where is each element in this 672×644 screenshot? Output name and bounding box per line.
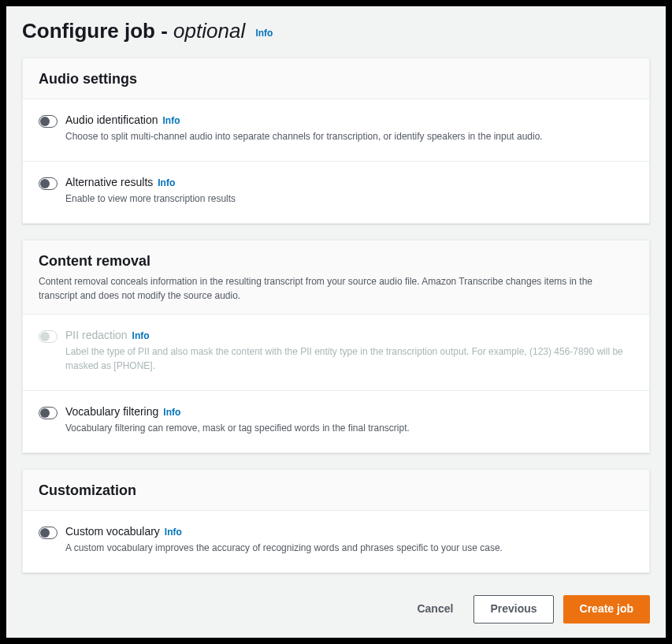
audio-settings-body: Audio identification Info Choose to spli…	[23, 99, 649, 223]
content-removal-body: PII redaction Info Label the type of PII…	[23, 315, 649, 452]
page-title-optional: optional	[173, 19, 245, 43]
pii-redaction-desc: Label the type of PII and also mask the …	[65, 344, 633, 373]
vocabulary-filtering-content: Vocabulary filtering Info Vocabulary fil…	[65, 405, 633, 435]
custom-vocabulary-content: Custom vocabulary Info A custom vocabula…	[65, 525, 633, 555]
custom-vocabulary-row: Custom vocabulary Info A custom vocabula…	[23, 511, 649, 572]
page-title-dash: -	[155, 19, 173, 43]
audio-identification-info-link[interactable]: Info	[163, 115, 180, 126]
pii-redaction-content: PII redaction Info Label the type of PII…	[65, 329, 633, 373]
audio-settings-header: Audio settings	[23, 58, 649, 99]
audio-identification-title: Audio identification	[65, 114, 158, 126]
alternative-results-title: Alternative results	[65, 176, 153, 188]
audio-identification-toggle[interactable]	[39, 115, 58, 128]
previous-button[interactable]: Previous	[473, 595, 553, 624]
content-removal-subtitle: Content removal conceals information in …	[39, 274, 633, 303]
vocabulary-filtering-row: Vocabulary filtering Info Vocabulary fil…	[23, 391, 649, 452]
page-title-info-link[interactable]: Info	[255, 28, 273, 39]
pii-redaction-title-row: PII redaction Info	[65, 329, 633, 341]
customization-header: Customization	[23, 470, 649, 511]
custom-vocabulary-title-row: Custom vocabulary Info	[65, 525, 633, 538]
alternative-results-toggle[interactable]	[39, 177, 58, 190]
customization-panel: Customization Custom vocabulary Info A c…	[22, 469, 650, 573]
vocabulary-filtering-desc: Vocabulary filtering can remove, mask or…	[65, 421, 633, 435]
content-removal-header: Content removal Content removal conceals…	[23, 240, 649, 315]
page-container: Configure job - optional Info Audio sett…	[6, 6, 666, 638]
pii-redaction-toggle	[39, 330, 58, 343]
audio-identification-title-row: Audio identification Info	[65, 114, 633, 126]
vocabulary-filtering-info-link[interactable]: Info	[163, 407, 180, 418]
alternative-results-desc: Enable to view more transcription result…	[65, 192, 633, 206]
audio-settings-title: Audio settings	[39, 71, 633, 87]
vocabulary-filtering-toggle[interactable]	[39, 407, 58, 419]
alternative-results-row: Alternative results Info Enable to view …	[23, 162, 649, 223]
page-header: Configure job - optional Info	[22, 19, 650, 43]
content-removal-panel: Content removal Content removal conceals…	[22, 240, 650, 453]
audio-identification-content: Audio identification Info Choose to spli…	[65, 114, 633, 143]
vocabulary-filtering-title: Vocabulary filtering	[65, 405, 158, 418]
audio-identification-row: Audio identification Info Choose to spli…	[23, 99, 649, 162]
custom-vocabulary-title: Custom vocabulary	[65, 525, 160, 538]
pii-redaction-row: PII redaction Info Label the type of PII…	[23, 315, 649, 391]
alternative-results-title-row: Alternative results Info	[65, 176, 633, 188]
custom-vocabulary-toggle[interactable]	[39, 527, 58, 539]
pii-redaction-title: PII redaction	[65, 329, 128, 341]
vocabulary-filtering-title-row: Vocabulary filtering Info	[65, 405, 633, 418]
footer: Cancel Previous Create job	[22, 589, 650, 624]
customization-title: Customization	[39, 482, 633, 499]
alternative-results-content: Alternative results Info Enable to view …	[65, 176, 633, 206]
create-job-button[interactable]: Create job	[563, 595, 650, 624]
customization-body: Custom vocabulary Info A custom vocabula…	[23, 511, 649, 572]
alternative-results-info-link[interactable]: Info	[158, 177, 175, 188]
audio-identification-desc: Choose to split multi-channel audio into…	[65, 129, 633, 143]
pii-redaction-info-link[interactable]: Info	[132, 330, 150, 341]
custom-vocabulary-desc: A custom vocabulary improves the accurac…	[65, 541, 633, 555]
custom-vocabulary-info-link[interactable]: Info	[165, 527, 182, 538]
page-title: Configure job - optional	[22, 19, 251, 43]
audio-settings-panel: Audio settings Audio identification Info…	[22, 58, 650, 224]
content-removal-title: Content removal	[39, 253, 633, 270]
cancel-button[interactable]: Cancel	[406, 596, 464, 623]
page-title-prefix: Configure job	[22, 19, 155, 43]
